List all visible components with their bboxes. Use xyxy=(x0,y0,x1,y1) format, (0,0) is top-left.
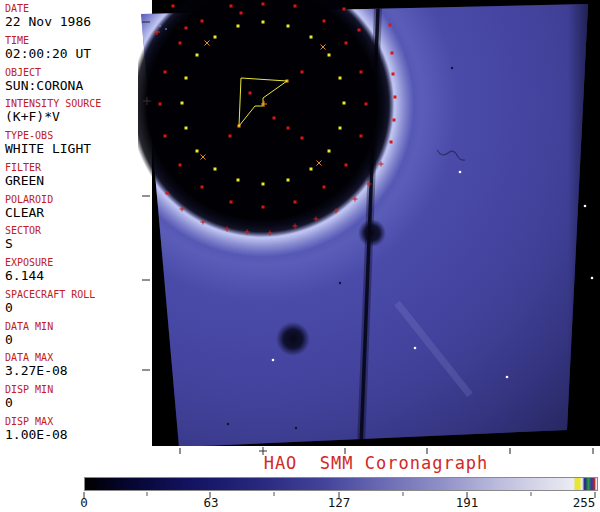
field-intensity-source: INTENSITY SOURCE (K+F)*V xyxy=(0,98,152,130)
field-time-label: TIME xyxy=(5,35,152,46)
field-filter: FILTER GREEN xyxy=(0,162,152,194)
colorbar-gradient xyxy=(84,477,598,491)
field-disp-max-value: 1.00E-08 xyxy=(5,428,152,442)
field-intensity-source-value: (K+F)*V xyxy=(5,110,152,124)
field-exposure-value: 6.144 xyxy=(5,269,152,283)
field-exposure-label: EXPOSURE xyxy=(5,257,152,268)
field-object: OBJECT SUN:CORONA xyxy=(0,67,152,99)
image-title: HAO SMM Coronagraph xyxy=(152,453,600,473)
colorbar-label-191: 191 xyxy=(456,495,479,510)
field-data-min-label: DATA MIN xyxy=(5,321,152,332)
field-disp-max-label: DISP MAX xyxy=(5,416,152,427)
field-type-obs-value: WHITE LIGHT xyxy=(5,142,152,156)
field-time-value: 02:00:20 UT xyxy=(5,47,152,61)
field-disp-max: DISP MAX 1.00E-08 xyxy=(0,416,152,448)
field-date-label: DATE xyxy=(5,3,152,14)
coronagraph-viewer: DATE 22 Nov 1986 TIME 02:00:20 UT OBJECT… xyxy=(0,0,600,512)
field-disp-min-label: DISP MIN xyxy=(5,384,152,395)
field-spacecraft-roll-value: 0 xyxy=(5,301,152,315)
field-object-label: OBJECT xyxy=(5,67,152,78)
colorbar-label-0: 0 xyxy=(80,495,88,510)
field-filter-label: FILTER xyxy=(5,162,152,173)
field-object-value: SUN:CORONA xyxy=(5,79,152,93)
field-data-min: DATA MIN 0 xyxy=(0,321,152,353)
coronagraph-image-display xyxy=(138,0,600,446)
colorbar-label-63: 63 xyxy=(203,495,218,510)
dark-blob-on-pylon xyxy=(358,219,386,247)
field-date-value: 22 Nov 1986 xyxy=(5,15,152,29)
field-polaroid: POLAROID CLEAR xyxy=(0,194,152,226)
field-data-max-value: 3.27E-08 xyxy=(5,364,152,378)
field-disp-min-value: 0 xyxy=(5,396,152,410)
field-spacecraft-roll-label: SPACECRAFT ROLL xyxy=(5,289,152,300)
field-filter-value: GREEN xyxy=(5,174,152,188)
field-time: TIME 02:00:20 UT xyxy=(0,35,152,67)
field-polaroid-value: CLEAR xyxy=(5,206,152,220)
field-spacecraft-roll: SPACECRAFT ROLL 0 xyxy=(0,289,152,321)
field-type-obs-label: TYPE-OBS xyxy=(5,130,152,141)
field-type-obs: TYPE-OBS WHITE LIGHT xyxy=(0,130,152,162)
field-data-min-value: 0 xyxy=(5,333,152,347)
field-sector-value: S xyxy=(5,237,152,251)
field-exposure: EXPOSURE 6.144 xyxy=(0,257,152,289)
field-polaroid-label: POLAROID xyxy=(5,194,152,205)
field-data-max: DATA MAX 3.27E-08 xyxy=(0,352,152,384)
field-disp-min: DISP MIN 0 xyxy=(0,384,152,416)
dark-blob-artifact xyxy=(276,322,310,356)
field-sector: SECTOR S xyxy=(0,225,152,257)
field-intensity-source-label: INTENSITY SOURCE xyxy=(5,98,152,109)
field-data-max-label: DATA MAX xyxy=(5,352,152,363)
colorbar-label-255: 255 xyxy=(573,495,596,510)
colorbar-label-127: 127 xyxy=(328,495,351,510)
field-sector-label: SECTOR xyxy=(5,225,152,236)
field-date: DATE 22 Nov 1986 xyxy=(0,3,152,35)
metadata-sidebar: DATE 22 Nov 1986 TIME 02:00:20 UT OBJECT… xyxy=(0,0,152,446)
